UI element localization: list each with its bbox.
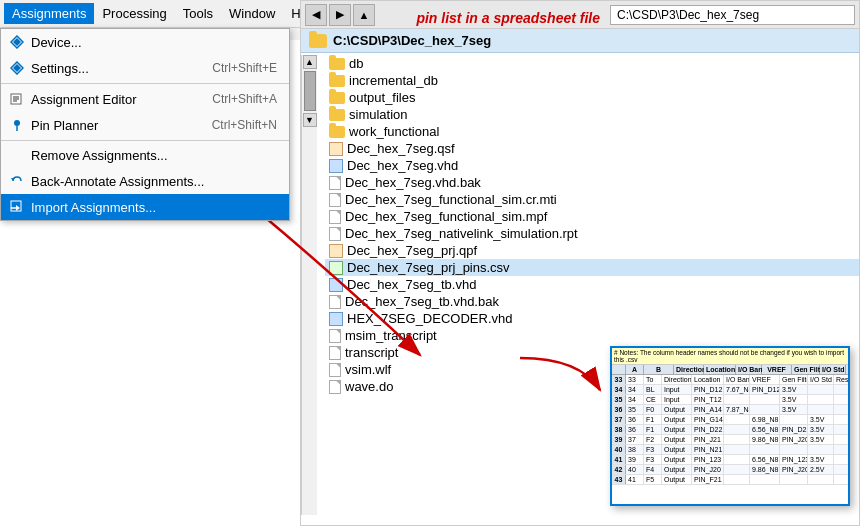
ss-cell-1-6: 3.5V <box>780 385 808 394</box>
ss-cell-9-6: PIN_J20 <box>780 465 808 474</box>
ss-cell-6-4 <box>724 435 750 444</box>
ss-cell-3-6: 3.5V <box>780 405 808 414</box>
ss-cell-7-3: PIN_N21 <box>692 445 724 454</box>
ss-cell-9-1: F4 <box>644 465 662 474</box>
file-item-csv[interactable]: Dec_hex_7seg_prj_pins.csv <box>325 259 859 276</box>
ss-cell-2-6: 3.5V <box>780 395 808 404</box>
folder-item-work-functional[interactable]: work_functional <box>325 123 859 140</box>
folder-item-db[interactable]: db <box>325 55 859 72</box>
ss-cell-0-7: I/O Std <box>808 375 834 384</box>
folder-icon-incr <box>329 75 345 87</box>
menu-back-annotate[interactable]: Back-Annotate Assignments... <box>1 168 289 194</box>
folder-item-simulation[interactable]: simulation <box>325 106 859 123</box>
ss-cell-5-4 <box>724 425 750 434</box>
file-icon-csv <box>329 261 343 275</box>
ss-cell-8-0: 39 <box>626 455 644 464</box>
ss-cell-5-3: PIN_D22 <box>692 425 724 434</box>
ss-cell-7-0: 38 <box>626 445 644 454</box>
ss-row-4: 3736F1OutputPIN_G146.98_N83.5V <box>612 415 848 425</box>
ss-cell-8-7: 3.5V <box>808 455 834 464</box>
ss-row-2: 3534CEInputPIN_T123.5V <box>612 395 848 405</box>
file-item-qsf[interactable]: Dec_hex_7seg.qsf <box>325 140 859 157</box>
file-item-hex-decoder[interactable]: HEX_7SEG_DECODER.vhd <box>325 310 859 327</box>
ss-cell-2-7 <box>808 395 834 404</box>
separator-2 <box>1 140 289 141</box>
ss-cell-2-2: Input <box>662 395 692 404</box>
menu-remove-assignments[interactable]: Remove Assignments... <box>1 143 289 168</box>
ss-cell-2-3: PIN_T12 <box>692 395 724 404</box>
col-e: I/O Bank <box>736 365 762 374</box>
menu-settings[interactable]: Settings... Ctrl+Shift+E <box>1 55 289 81</box>
menu-tools[interactable]: Tools <box>175 3 221 24</box>
file-icon-tb-bak <box>329 295 341 309</box>
scroll-bar[interactable]: ▲ ▼ <box>301 55 317 515</box>
forward-button[interactable]: ▶ <box>329 4 351 26</box>
ss-cell-7-4 <box>724 445 750 454</box>
file-icon-vhd-bak <box>329 176 341 190</box>
back-button[interactable]: ◀ <box>305 4 327 26</box>
ss-cell-5-8 <box>834 425 850 434</box>
ss-cell-9-7: 2.5V <box>808 465 834 474</box>
ss-cell-3-7 <box>808 405 834 414</box>
spreadsheet-label: pin list in a spreadsheet file <box>416 10 600 26</box>
ss-cell-8-5: 6.56_N8 <box>750 455 780 464</box>
file-icon-qpf <box>329 244 343 258</box>
ss-cell-5-7: 3.5V <box>808 425 834 434</box>
menu-pin-planner[interactable]: Pin Planner Ctrl+Shift+N <box>1 112 289 138</box>
scroll-down[interactable]: ▼ <box>303 113 317 127</box>
file-item-mpf[interactable]: Dec_hex_7seg_functional_sim.mpf <box>325 208 859 225</box>
ss-cell-1-2: Input <box>662 385 692 394</box>
row-num-header <box>612 365 626 374</box>
file-icon-tb-vhd <box>329 278 343 292</box>
menu-window[interactable]: Window <box>221 3 283 24</box>
path-input[interactable] <box>610 5 855 25</box>
ss-cell-6-3: PIN_J21 <box>692 435 724 444</box>
ss-cell-5-1: F1 <box>644 425 662 434</box>
menu-assignment-editor[interactable]: Assignment Editor Ctrl+Shift+A <box>1 86 289 112</box>
file-item-vhd-bak[interactable]: Dec_hex_7seg.vhd.bak <box>325 174 859 191</box>
menu-device[interactable]: Device... <box>1 29 289 55</box>
ss-cell-4-6 <box>780 415 808 424</box>
spreadsheet-note: # Notes: The column header names should … <box>612 348 848 365</box>
scroll-up[interactable]: ▲ <box>303 55 317 69</box>
editor-icon <box>9 91 25 107</box>
ss-cell-1-7 <box>808 385 834 394</box>
file-item-tb-vhd[interactable]: Dec_hex_7seg_tb.vhd <box>325 276 859 293</box>
ss-cell-0-5: VREF <box>750 375 780 384</box>
ss-cell-3-8 <box>834 405 850 414</box>
current-folder-header: C:\CSD\P3\Dec_hex_7seg <box>301 29 859 53</box>
ss-cell-0-6: Gen Filter <box>780 375 808 384</box>
separator-1 <box>1 83 289 84</box>
ss-cell-3-5 <box>750 405 780 414</box>
file-item-rpt[interactable]: Dec_hex_7seg_nativelink_simulation.rpt <box>325 225 859 242</box>
folder-item-output-files[interactable]: output_files <box>325 89 859 106</box>
ss-cell-8-8 <box>834 455 850 464</box>
col-c: Direction <box>674 365 704 374</box>
ss-cell-10-4 <box>724 475 750 484</box>
ss-row-8: 4139F3OutputPIN_1236.56_N8PIN_1233.5V <box>612 455 848 465</box>
spreadsheet-body: 3333ToDirectionLocationI/O BankVREFGen F… <box>612 375 848 485</box>
menu-import-assignments[interactable]: Import Assignments... <box>1 194 289 220</box>
ss-cell-8-2: Output <box>662 455 692 464</box>
ss-cell-2-5 <box>750 395 780 404</box>
ss-row-10: 4341F5OutputPIN_F21 <box>612 475 848 485</box>
up-button[interactable]: ▲ <box>353 4 375 26</box>
file-item-tb-bak[interactable]: Dec_hex_7seg_tb.vhd.bak <box>325 293 859 310</box>
folder-item-incremental-db[interactable]: incremental_db <box>325 72 859 89</box>
scroll-thumb[interactable] <box>304 71 316 111</box>
ss-row-3: 3635F0OutputPIN_A147.87_N83.5V <box>612 405 848 415</box>
col-b: B <box>644 365 674 374</box>
ss-cell-10-5 <box>750 475 780 484</box>
file-item-transcript[interactable]: msim_transcript <box>325 327 859 344</box>
file-item-mti[interactable]: Dec_hex_7seg_functional_sim.cr.mti <box>325 191 859 208</box>
menu-assignments[interactable]: Assignments <box>4 3 94 24</box>
ss-cell-10-7 <box>808 475 834 484</box>
file-item-vhd[interactable]: Dec_hex_7seg.vhd <box>325 157 859 174</box>
diamond-icon <box>9 34 25 50</box>
menu-processing[interactable]: Processing <box>94 3 174 24</box>
ss-cell-6-6: PIN_J20 <box>780 435 808 444</box>
ss-cell-10-3: PIN_F21 <box>692 475 724 484</box>
col-d: Location <box>704 365 736 374</box>
col-g: Gen Filter <box>792 365 820 374</box>
file-item-qpf[interactable]: Dec_hex_7seg_prj.qpf <box>325 242 859 259</box>
